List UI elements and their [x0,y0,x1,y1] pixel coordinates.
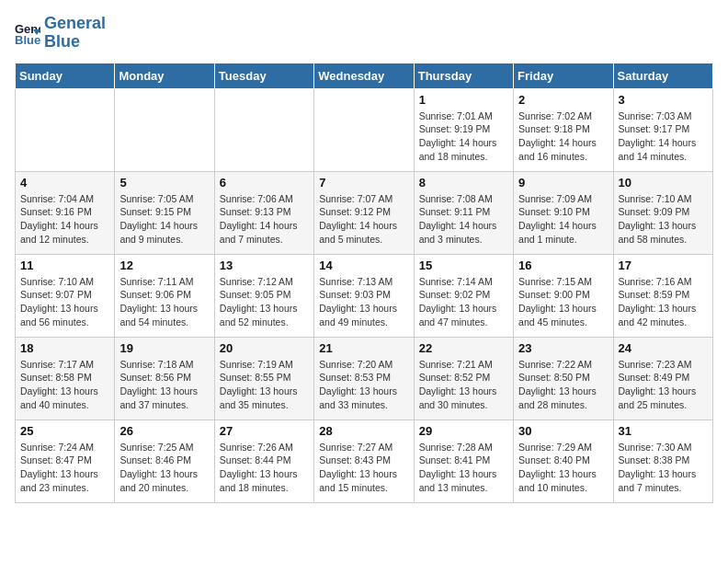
weekday-header-sunday: Sunday [16,63,115,88]
svg-text:Blue: Blue [15,33,40,46]
calendar-cell: 10Sunrise: 7:10 AM Sunset: 9:09 PM Dayli… [613,171,712,254]
day-number: 29 [419,424,508,438]
page-header: General Blue GeneralBlue [15,15,713,52]
calendar-cell: 5Sunrise: 7:05 AM Sunset: 9:15 PM Daylig… [115,171,214,254]
day-info: Sunrise: 7:09 AM Sunset: 9:10 PM Dayligh… [518,192,608,247]
day-info: Sunrise: 7:10 AM Sunset: 9:07 PM Dayligh… [20,275,109,329]
day-number: 14 [319,259,408,272]
weekday-header-monday: Monday [115,63,214,88]
logo-text: GeneralBlue [44,15,106,52]
day-info: Sunrise: 7:17 AM Sunset: 8:58 PM Dayligh… [20,358,109,412]
calendar-cell: 4Sunrise: 7:04 AM Sunset: 9:16 PM Daylig… [16,171,115,254]
calendar-cell: 9Sunrise: 7:09 AM Sunset: 9:10 PM Daylig… [514,171,613,254]
calendar-cell: 25Sunrise: 7:24 AM Sunset: 8:47 PM Dayli… [16,419,115,502]
day-number: 30 [518,424,608,438]
calendar-cell: 27Sunrise: 7:26 AM Sunset: 8:44 PM Dayli… [214,419,313,502]
day-info: Sunrise: 7:11 AM Sunset: 9:06 PM Dayligh… [119,275,209,329]
day-number: 28 [319,424,408,438]
day-info: Sunrise: 7:15 AM Sunset: 9:00 PM Dayligh… [518,275,608,329]
day-info: Sunrise: 7:04 AM Sunset: 9:16 PM Dayligh… [20,192,109,247]
day-number: 25 [20,424,109,438]
calendar-week-row: 25Sunrise: 7:24 AM Sunset: 8:47 PM Dayli… [16,419,713,502]
calendar-cell: 3Sunrise: 7:03 AM Sunset: 9:17 PM Daylig… [613,88,712,171]
calendar-cell: 19Sunrise: 7:18 AM Sunset: 8:56 PM Dayli… [115,337,214,419]
calendar-cell: 21Sunrise: 7:20 AM Sunset: 8:53 PM Dayli… [314,337,414,419]
day-number: 31 [619,424,708,438]
day-info: Sunrise: 7:03 AM Sunset: 9:17 PM Dayligh… [619,109,708,164]
calendar-cell: 28Sunrise: 7:27 AM Sunset: 8:43 PM Dayli… [314,419,414,502]
calendar-cell: 11Sunrise: 7:10 AM Sunset: 9:07 PM Dayli… [16,254,115,337]
day-info: Sunrise: 7:29 AM Sunset: 8:40 PM Dayligh… [518,441,608,495]
day-info: Sunrise: 7:19 AM Sunset: 8:55 PM Dayligh… [220,358,309,412]
calendar-cell: 2Sunrise: 7:02 AM Sunset: 9:18 PM Daylig… [514,88,613,171]
weekday-header-saturday: Saturday [613,63,712,88]
calendar-cell: 22Sunrise: 7:21 AM Sunset: 8:52 PM Dayli… [414,337,513,419]
day-number: 16 [518,259,608,272]
day-info: Sunrise: 7:05 AM Sunset: 9:15 PM Dayligh… [119,192,209,247]
day-info: Sunrise: 7:14 AM Sunset: 9:02 PM Dayligh… [419,275,508,329]
day-info: Sunrise: 7:08 AM Sunset: 9:11 PM Dayligh… [419,192,508,247]
weekday-header-tuesday: Tuesday [214,63,313,88]
day-info: Sunrise: 7:06 AM Sunset: 9:13 PM Dayligh… [220,192,309,247]
calendar-week-row: 1Sunrise: 7:01 AM Sunset: 9:19 PM Daylig… [16,88,713,171]
day-number: 20 [220,341,309,355]
day-number: 21 [319,341,408,355]
calendar-week-row: 11Sunrise: 7:10 AM Sunset: 9:07 PM Dayli… [16,254,713,337]
day-info: Sunrise: 7:28 AM Sunset: 8:41 PM Dayligh… [419,441,508,495]
calendar-cell: 8Sunrise: 7:08 AM Sunset: 9:11 PM Daylig… [414,171,513,254]
calendar-cell: 12Sunrise: 7:11 AM Sunset: 9:06 PM Dayli… [115,254,214,337]
calendar-week-row: 4Sunrise: 7:04 AM Sunset: 9:16 PM Daylig… [16,171,713,254]
day-number: 8 [419,176,508,190]
calendar-cell: 30Sunrise: 7:29 AM Sunset: 8:40 PM Dayli… [514,419,613,502]
calendar-cell [115,88,214,171]
day-number: 23 [518,341,608,355]
day-info: Sunrise: 7:21 AM Sunset: 8:52 PM Dayligh… [419,358,508,412]
calendar-cell: 18Sunrise: 7:17 AM Sunset: 8:58 PM Dayli… [16,337,115,419]
calendar-cell: 23Sunrise: 7:22 AM Sunset: 8:50 PM Dayli… [514,337,613,419]
day-number: 9 [518,176,608,190]
day-info: Sunrise: 7:30 AM Sunset: 8:38 PM Dayligh… [619,441,708,495]
day-info: Sunrise: 7:25 AM Sunset: 8:46 PM Dayligh… [119,441,209,495]
day-info: Sunrise: 7:01 AM Sunset: 9:19 PM Dayligh… [419,109,508,164]
day-number: 7 [319,176,408,190]
day-number: 12 [119,259,209,272]
day-number: 26 [119,424,209,438]
day-number: 4 [20,176,109,190]
calendar-cell: 14Sunrise: 7:13 AM Sunset: 9:03 PM Dayli… [314,254,414,337]
day-number: 10 [619,176,708,190]
calendar-cell: 17Sunrise: 7:16 AM Sunset: 8:59 PM Dayli… [613,254,712,337]
day-info: Sunrise: 7:16 AM Sunset: 8:59 PM Dayligh… [619,275,708,329]
logo-icon: General Blue [15,20,40,46]
day-number: 6 [220,176,309,190]
day-info: Sunrise: 7:02 AM Sunset: 9:18 PM Dayligh… [518,109,608,164]
day-info: Sunrise: 7:26 AM Sunset: 8:44 PM Dayligh… [220,441,309,495]
day-number: 24 [619,341,708,355]
day-info: Sunrise: 7:18 AM Sunset: 8:56 PM Dayligh… [119,358,209,412]
day-info: Sunrise: 7:23 AM Sunset: 8:49 PM Dayligh… [619,358,708,412]
day-number: 11 [20,259,109,272]
day-number: 17 [619,259,708,272]
calendar-week-row: 18Sunrise: 7:17 AM Sunset: 8:58 PM Dayli… [16,337,713,419]
day-number: 13 [220,259,309,272]
calendar-cell: 20Sunrise: 7:19 AM Sunset: 8:55 PM Dayli… [214,337,313,419]
day-info: Sunrise: 7:22 AM Sunset: 8:50 PM Dayligh… [518,358,608,412]
calendar-cell: 15Sunrise: 7:14 AM Sunset: 9:02 PM Dayli… [414,254,513,337]
day-info: Sunrise: 7:10 AM Sunset: 9:09 PM Dayligh… [619,192,708,247]
weekday-header-wednesday: Wednesday [314,63,414,88]
calendar-cell [314,88,414,171]
day-number: 5 [119,176,209,190]
calendar-cell: 29Sunrise: 7:28 AM Sunset: 8:41 PM Dayli… [414,419,513,502]
day-info: Sunrise: 7:27 AM Sunset: 8:43 PM Dayligh… [319,441,408,495]
logo: General Blue GeneralBlue [15,15,106,52]
day-info: Sunrise: 7:20 AM Sunset: 8:53 PM Dayligh… [319,358,408,412]
day-number: 15 [419,259,508,272]
day-number: 27 [220,424,309,438]
day-number: 1 [419,93,508,107]
calendar-cell: 24Sunrise: 7:23 AM Sunset: 8:49 PM Dayli… [613,337,712,419]
weekday-header-friday: Friday [514,63,613,88]
calendar-cell: 6Sunrise: 7:06 AM Sunset: 9:13 PM Daylig… [214,171,313,254]
calendar-cell: 31Sunrise: 7:30 AM Sunset: 8:38 PM Dayli… [613,419,712,502]
calendar-cell: 13Sunrise: 7:12 AM Sunset: 9:05 PM Dayli… [214,254,313,337]
calendar-cell [214,88,313,171]
day-info: Sunrise: 7:13 AM Sunset: 9:03 PM Dayligh… [319,275,408,329]
